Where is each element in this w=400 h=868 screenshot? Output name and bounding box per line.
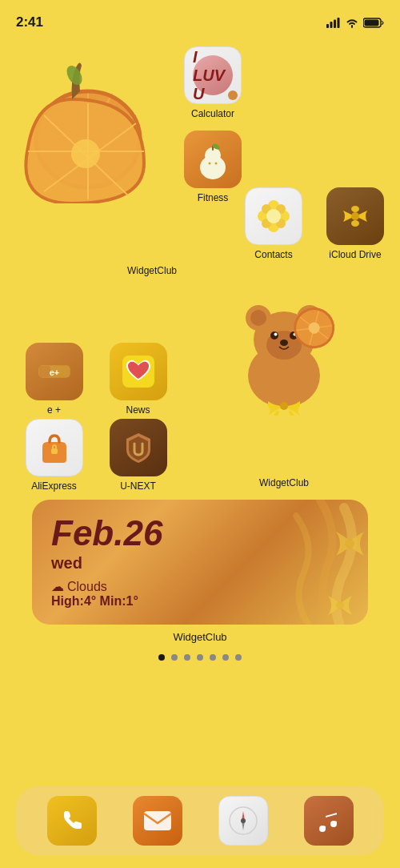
dot-6[interactable]	[222, 654, 229, 661]
phone-icon[interactable]	[47, 796, 97, 846]
status-time: 2:41	[16, 14, 43, 30]
signal-icon	[326, 18, 341, 28]
orange-decoration	[20, 35, 176, 203]
status-icons	[326, 18, 384, 28]
svg-rect-66	[144, 811, 171, 830]
eplus-icon[interactable]: e+	[26, 343, 83, 400]
page-dots	[8, 654, 392, 661]
svg-point-64	[345, 539, 354, 549]
wifi-icon	[346, 18, 358, 28]
dock-item-compass[interactable]	[218, 796, 268, 846]
svg-point-61	[280, 402, 288, 410]
fitness-label: Fitness	[198, 192, 229, 203]
dot-4[interactable]	[197, 654, 203, 661]
widget-label: WidgetClub	[8, 631, 392, 643]
fitness-icon[interactable]	[184, 131, 242, 188]
dock-item-mail[interactable]	[133, 796, 182, 846]
svg-point-68	[241, 818, 246, 823]
svg-rect-1	[330, 22, 333, 28]
app-item-calculator[interactable]: I LUV U Calculator	[184, 46, 242, 119]
weather-text: Clouds	[67, 580, 107, 594]
calculator-icon[interactable]: I LUV U	[184, 46, 242, 104]
widgetclub-bear-label: WidgetClub	[259, 477, 309, 488]
dot-7[interactable]	[235, 654, 242, 661]
unext-label: U-NEXT	[120, 480, 156, 492]
svg-point-50	[270, 332, 278, 340]
dot-5[interactable]	[210, 654, 216, 661]
svg-point-24	[209, 163, 211, 165]
aliexpress-label: AliExpress	[31, 480, 77, 492]
app-item-eplus[interactable]: e+ e +	[16, 343, 92, 416]
svg-point-19	[64, 63, 86, 88]
svg-point-54	[280, 340, 288, 346]
svg-point-36	[351, 212, 359, 220]
app-item-unext[interactable]: U-NEXT	[100, 419, 176, 492]
mail-icon[interactable]	[133, 796, 182, 846]
svg-rect-2	[334, 19, 336, 28]
svg-point-37	[351, 206, 359, 212]
svg-point-46	[250, 310, 266, 326]
icloud-icon[interactable]	[326, 187, 384, 245]
svg-rect-3	[338, 18, 340, 28]
contacts-icon[interactable]	[245, 187, 302, 245]
svg-point-25	[215, 163, 218, 165]
news-icon[interactable]	[110, 343, 167, 400]
app-item-icloud[interactable]: iCloud Drive	[326, 187, 384, 260]
dot-2[interactable]	[171, 654, 178, 661]
cloud-icon: ☁	[51, 579, 64, 594]
compass-icon[interactable]	[218, 796, 268, 846]
svg-text:e+: e+	[49, 368, 59, 377]
app-item-news[interactable]: News	[100, 343, 176, 416]
status-bar: 2:41	[0, 0, 400, 35]
svg-point-18	[71, 139, 100, 168]
app-item-contacts[interactable]: Contacts	[245, 187, 302, 260]
weather-widget[interactable]: Feb.26 wed ☁ Clouds High:4° Min:1°	[32, 500, 368, 625]
eplus-label: e +	[47, 404, 61, 416]
app-item-fitness[interactable]: Fitness	[184, 131, 242, 203]
calculator-label: Calculator	[191, 108, 234, 119]
widget-decoration	[216, 500, 368, 625]
dot-3[interactable]	[184, 654, 190, 661]
svg-rect-5	[365, 19, 379, 26]
app-item-aliexpress[interactable]: AliExpress	[16, 419, 92, 492]
dock-item-music[interactable]	[304, 796, 354, 846]
music-icon[interactable]	[304, 796, 354, 846]
icloud-label: iCloud Drive	[329, 249, 381, 260]
svg-point-65	[336, 601, 344, 609]
battery-icon	[363, 18, 384, 28]
svg-point-38	[351, 220, 359, 227]
unext-icon[interactable]	[110, 419, 167, 476]
dot-1[interactable]	[158, 654, 165, 661]
svg-point-52	[274, 333, 278, 336]
news-label: News	[126, 404, 150, 416]
bear-decoration	[184, 287, 384, 416]
dock-item-phone[interactable]	[47, 796, 97, 846]
svg-point-35	[266, 209, 281, 223]
aliexpress-icon[interactable]	[26, 419, 83, 476]
dock	[16, 786, 384, 855]
widgetclub-deco-label: WidgetClub	[0, 265, 392, 276]
svg-rect-0	[326, 24, 329, 28]
contacts-label: Contacts	[254, 249, 292, 260]
